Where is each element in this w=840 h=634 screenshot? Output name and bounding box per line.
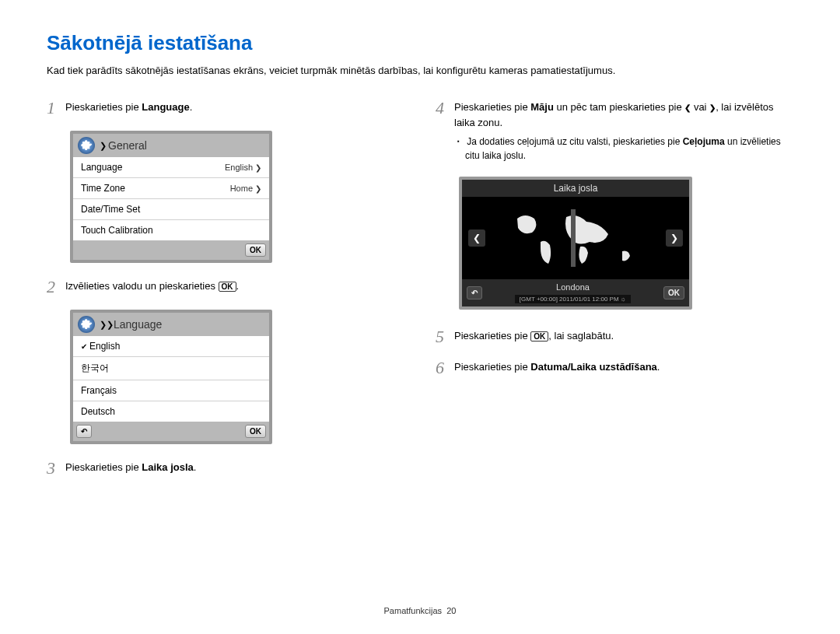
prev-button[interactable]: ❮ xyxy=(468,229,485,247)
step-text: un pēc tam pieskarieties pie xyxy=(554,101,684,113)
world-map xyxy=(506,203,646,273)
screenshot-title: Laika josla xyxy=(462,180,689,197)
language-item-korean[interactable]: 한국어 xyxy=(73,357,269,380)
screenshot-language: ❯❯ Language ✔English 한국어 Français Deutsc… xyxy=(70,310,272,444)
step-3: 3 Pieskarieties pie Laika josla. xyxy=(47,460,404,477)
step-1: 1 Pieskarieties pie Language. xyxy=(47,100,404,117)
back-button[interactable]: ↶ xyxy=(467,286,482,299)
step-text: , lai saglabātu. xyxy=(548,330,614,342)
step-number: 2 xyxy=(47,278,65,296)
screenshot-title: General xyxy=(108,139,147,152)
intro-text: Kad tiek parādīts sākotnējās iestatīšana… xyxy=(47,65,793,76)
ok-button[interactable]: OK xyxy=(245,243,266,257)
language-item-deutsch[interactable]: Deutsch xyxy=(73,401,269,422)
step-note: Ja dodaties ceļojumā uz citu valsti, pie… xyxy=(454,135,793,163)
page-footer: Pamatfunkcijas 20 xyxy=(0,606,840,615)
left-column: 1 Pieskarieties pie Language. ❯ General … xyxy=(47,100,404,491)
step-number: 4 xyxy=(436,100,454,163)
menu-item-touch-cal[interactable]: Touch Calibration xyxy=(73,220,269,240)
step-text: Pieskarieties pie xyxy=(454,361,530,373)
step-text: Pieskarieties pie xyxy=(454,330,530,342)
row-value: Home xyxy=(230,184,253,193)
step-number: 1 xyxy=(47,100,65,117)
chevron-right-icon: ❯ xyxy=(255,163,261,172)
step-text: . xyxy=(657,361,660,373)
columns: 1 Pieskarieties pie Language. ❯ General … xyxy=(47,100,793,491)
language-item-english[interactable]: ✔English xyxy=(73,336,269,357)
back-button[interactable]: ↶ xyxy=(76,425,92,438)
step-number: 3 xyxy=(47,460,65,477)
step-bold: Laika josla xyxy=(142,461,193,473)
step-text: vai xyxy=(691,101,709,113)
chevron-right-icon: ❯❯ xyxy=(100,320,114,330)
menu-item-language[interactable]: Language English❯ xyxy=(73,157,269,178)
chevron-right-icon: ❯ xyxy=(100,141,107,151)
screenshot-title: Language xyxy=(114,318,162,331)
step-text: . xyxy=(194,461,197,473)
step-text: Pieskarieties pie xyxy=(65,461,142,473)
step-bold: Language xyxy=(142,101,189,113)
ok-button[interactable]: OK xyxy=(245,425,266,438)
row-label: Date/Time Set xyxy=(81,204,140,215)
row-label: Time Zone xyxy=(81,183,125,194)
screenshot-timezone: Laika josla ❮ ❯ ↶ Londona [GMT +00:00] 2… xyxy=(459,177,692,310)
step-text: . xyxy=(236,280,240,292)
gear-icon xyxy=(78,137,95,154)
page-title: Sākotnējā iestatīšana xyxy=(47,31,793,55)
step-4: 4 Pieskarieties pie Māju un pēc tam pies… xyxy=(436,100,793,163)
ok-inline-icon: OK xyxy=(530,331,548,342)
right-column: 4 Pieskarieties pie Māju un pēc tam pies… xyxy=(436,100,793,491)
screenshot-header: ❯ General xyxy=(73,134,269,157)
ok-button[interactable]: OK xyxy=(663,286,684,299)
step-number: 6 xyxy=(436,359,454,377)
gear-icon xyxy=(78,316,95,333)
step-2: 2 Izvēlieties valodu un pieskarieties OK… xyxy=(47,278,404,296)
timezone-city: Londona xyxy=(482,282,663,292)
menu-item-timezone[interactable]: Time Zone Home❯ xyxy=(73,178,269,199)
step-bold: Māju xyxy=(530,101,554,113)
row-value: English xyxy=(225,163,253,172)
svg-rect-1 xyxy=(571,209,576,267)
menu-item-datetime[interactable]: Date/Time Set xyxy=(73,199,269,220)
step-text: Pieskarieties pie xyxy=(454,101,530,113)
row-label: Deutsch xyxy=(81,406,115,417)
check-icon: ✔ xyxy=(81,342,87,351)
timezone-gmt: [GMT +00:00] 2011/01/01 12:00 PM ☼ xyxy=(515,295,631,303)
step-5: 5 Pieskarieties pie OK, lai saglabātu. xyxy=(436,328,793,345)
step-text: . xyxy=(190,101,193,113)
language-item-francais[interactable]: Français xyxy=(73,380,269,401)
step-text: Izvēlieties valodu un pieskarieties xyxy=(65,280,219,292)
row-label: 한국어 xyxy=(81,362,109,375)
chevron-right-icon: ❯ xyxy=(255,184,261,193)
row-label: Language xyxy=(81,162,122,173)
ok-inline-icon: OK xyxy=(219,282,236,292)
row-label: English xyxy=(89,341,120,352)
step-6: 6 Pieskarieties pie Datuma/Laika uzstādī… xyxy=(436,359,793,377)
step-number: 5 xyxy=(436,328,454,345)
screenshot-header: ❯❯ Language xyxy=(73,313,269,336)
step-bold: Datuma/Laika uzstādīšana xyxy=(530,361,657,373)
screenshot-general: ❯ General Language English❯ Time Zone Ho… xyxy=(70,131,272,263)
step-text: Pieskarieties pie xyxy=(65,101,142,113)
chevron-right-icon: ❯ xyxy=(709,103,716,112)
row-label: Français xyxy=(81,385,117,396)
row-label: Touch Calibration xyxy=(81,225,153,236)
next-button[interactable]: ❯ xyxy=(666,229,683,247)
